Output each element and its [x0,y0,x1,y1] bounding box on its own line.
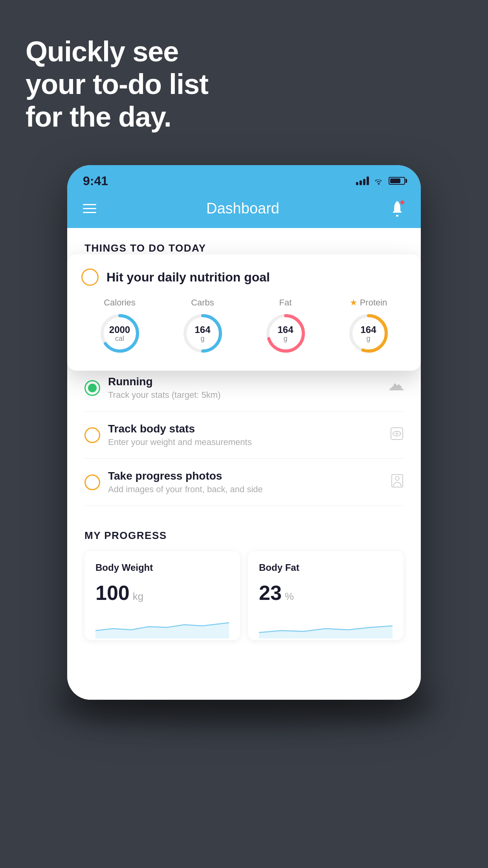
status-icons [356,177,405,185]
svg-rect-9 [389,389,404,390]
fat-unit: g [283,335,287,342]
protein-value: 164 [360,325,376,335]
person-icon [391,474,404,491]
running-subtitle: Track your stats (target: 5km) [108,390,382,400]
carbs-unit: g [200,335,204,342]
todo-running[interactable]: Running Track your stats (target: 5km) [84,364,404,412]
fat-value: 164 [277,325,293,335]
svg-point-0 [396,215,398,217]
card-checkbox[interactable] [81,268,99,286]
nutrition-protein: ★ Protein 164 g [330,298,407,355]
todo-progress-photos[interactable]: Take progress photos Add images of your … [84,459,404,506]
headline-line3: for the day. [26,101,171,132]
shoe-icon [389,381,404,395]
phone-mockup: 9:41 [67,165,421,700]
body-stats-checkbox[interactable] [84,427,100,443]
photos-content: Take progress photos Add images of your … [108,470,383,495]
nutrition-calories: Calories 2000 cal [81,298,158,355]
headline-line2: your to-do list [26,68,208,100]
progress-section: MY PROGRESS Body Weight 100 kg [67,514,421,640]
scale-icon [390,427,404,443]
nutrition-fat: Fat 164 g [247,298,324,355]
phone-screen: 9:41 [67,165,421,700]
photos-title: Take progress photos [108,470,383,482]
protein-label: ★ Protein [350,298,387,308]
notification-button[interactable] [389,200,405,217]
nutrition-carbs: Carbs 164 g [164,298,241,355]
body-fat-card-title: Body Fat [259,562,393,573]
fat-label: Fat [279,298,292,308]
running-content: Running Track your stats (target: 5km) [108,375,382,400]
progress-section-title: MY PROGRESS [84,530,404,542]
photos-checkbox[interactable] [84,474,100,490]
card-title-row: Hit your daily nutrition goal [81,268,407,286]
header-title: Dashboard [206,200,279,217]
calories-unit: cal [115,335,124,342]
status-time: 9:41 [83,174,108,188]
body-weight-number: 100 [95,581,130,605]
body-fat-number: 23 [259,581,282,605]
headline-line1: Quickly see [26,36,178,67]
star-icon: ★ [350,298,358,308]
card-title: Hit your daily nutrition goal [106,270,270,285]
headline: Quickly see your to-do list for the day. [26,35,208,133]
body-fat-unit: % [285,590,294,603]
svg-point-13 [395,476,399,480]
nutrition-card: Hit your daily nutrition goal Calories [67,254,421,371]
body-weight-card: Body Weight 100 kg [84,551,240,640]
body-stats-content: Track body stats Enter your weight and m… [108,423,382,447]
todo-list: Running Track your stats (target: 5km) [67,364,421,506]
body-weight-chart [95,611,229,638]
body-weight-value: 100 kg [95,581,229,605]
protein-ring: 164 g [347,312,390,355]
carbs-label: Carbs [191,298,214,308]
menu-button[interactable] [83,204,96,213]
running-title: Running [108,375,382,388]
todo-body-stats[interactable]: Track body stats Enter your weight and m… [84,412,404,459]
carbs-ring: 164 g [181,312,224,355]
body-fat-chart [259,611,393,638]
photos-subtitle: Add images of your front, back, and side [108,484,383,495]
body-fat-value: 23 % [259,581,393,605]
phone-content: THINGS TO DO TODAY Hit your daily nutrit… [67,228,421,700]
carbs-value: 164 [194,325,210,335]
body-fat-card: Body Fat 23 % [248,551,404,640]
signal-icon [356,177,369,185]
body-stats-subtitle: Enter your weight and measurements [108,437,382,447]
notification-badge [400,200,405,205]
app-header: Dashboard [67,193,421,228]
wifi-icon [374,177,384,185]
fat-ring: 164 g [264,312,307,355]
running-checkbox[interactable] [84,380,100,396]
body-weight-card-title: Body Weight [95,562,229,573]
body-stats-title: Track body stats [108,423,382,435]
calories-ring: 2000 cal [98,312,141,355]
status-bar: 9:41 [67,165,421,193]
nutrition-grid: Calories 2000 cal [81,298,407,355]
protein-unit: g [366,335,370,342]
calories-value: 2000 [109,325,130,335]
calories-label: Calories [104,298,136,308]
progress-cards-grid: Body Weight 100 kg Body Fat [84,551,404,640]
battery-icon [389,177,405,185]
body-weight-unit: kg [133,590,143,603]
